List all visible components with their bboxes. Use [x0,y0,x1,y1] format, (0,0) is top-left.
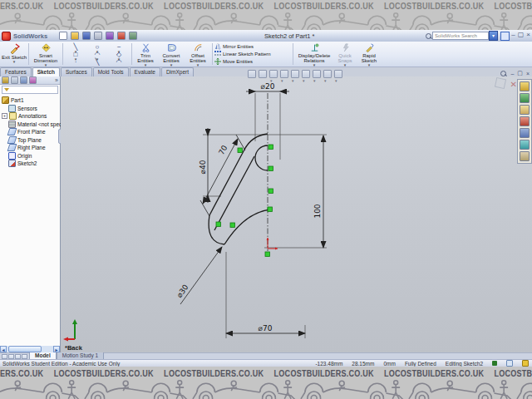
expand-icon[interactable]: + [2,113,7,119]
watermark-text: ERS.CO.UK [0,1,43,11]
undo-icon[interactable] [106,32,114,40]
featuremanager-tree-tab-icon[interactable] [2,76,9,84]
search-dropdown-button[interactable]: ▾ [489,31,498,41]
dimxpertmanager-tab-icon[interactable] [29,76,37,84]
top-arc[interactable] [244,134,268,150]
print-icon[interactable] [94,32,102,40]
graphics-area[interactable]: ✕ [61,76,532,352]
child-minimize-button[interactable]: – [510,71,514,76]
spline-tool-icon[interactable]: ~ [108,43,130,51]
rapid-sketch-button[interactable]: Rapid Sketch [357,42,382,66]
circle-tool-icon[interactable]: ○ [86,43,108,51]
watermark-banner-bottom: ERS.CO.UKLOCOSTBUILDERS.CO.UKLOCOSTBUILD… [0,367,532,399]
semicircle-notch[interactable] [255,145,268,170]
tree-item-part1[interactable]: Part1 [2,96,60,105]
tree-item-right-plane[interactable]: Right Plane [2,144,60,152]
tree-item-sensors[interactable]: Sensors [2,105,60,113]
propertymanager-tab-icon[interactable] [11,76,18,84]
tree-item-front-plane[interactable]: Front Plane [2,128,60,136]
new-document-icon[interactable] [59,32,67,40]
tree-filter-box[interactable] [2,86,58,94]
panel-overflow-chevrons[interactable]: » [55,77,58,83]
dimension-left-diameter[interactable]: ⌀40 [199,160,207,174]
centerline-tool-icon[interactable]: ╲ [86,58,108,66]
open-icon[interactable] [71,32,79,40]
arc-tool-icon[interactable]: ◠ [86,51,108,58]
sketch-viewport[interactable]: ⌀20 ⌀40 70 100 ⌀30 ⌀70 [61,76,532,352]
tree-item-annotations[interactable]: + Annotations [2,112,60,121]
tree-item-top-plane[interactable]: Top Plane [2,136,60,145]
move-entities-button[interactable]: Move Entities [214,58,291,65]
sketch-icon [8,160,16,167]
trim-entities-button[interactable]: Trim Entities [134,42,157,66]
status-y-coordinate: 28.15mm [352,361,374,367]
relation-markers [216,145,273,257]
tree-item-sketch2[interactable]: Sketch2 [2,160,60,168]
plane-icon [7,144,17,151]
edition-label: SolidWorks Student Edition - Academic Us… [2,361,120,367]
tab-mold-tools[interactable]: Mold Tools [93,67,129,76]
part-icon [2,96,9,104]
configurationmanager-tab-icon[interactable] [20,76,27,84]
scroll-left-icon[interactable]: ◄ [0,346,7,352]
scroll-right-icon[interactable]: ► [53,346,60,352]
ellipse-tool-icon[interactable]: ◇ [108,51,130,58]
quick-tips-icon[interactable] [506,360,513,367]
panel-horizontal-scrollbar[interactable]: ◄ ► [0,346,60,352]
reference-triad [62,318,84,342]
watermark-text-row: ERS.CO.UKLOCOSTBUILDERS.CO.UKLOCOSTBUILD… [0,368,436,378]
tab-dimxpert[interactable]: DimXpert [161,67,194,76]
mirror-entities-button[interactable]: Mirror Entities [214,43,291,50]
car-art-row [0,11,532,30]
offset-entities-button[interactable]: Offset Entities [185,42,210,66]
exit-sketch-button[interactable]: Exit Sketch [2,42,27,66]
tab-features[interactable]: Features [0,67,32,76]
child-restore-button[interactable]: ▢ [517,70,523,76]
dimension-height[interactable]: 100 [313,204,322,218]
convert-entities-button[interactable]: Convert Entities [157,42,185,66]
options-icon[interactable] [129,32,137,40]
display-delete-relations-button[interactable]: Display/Delete Relations [295,42,333,66]
search-input[interactable] [432,32,489,40]
display-delete-relations-icon [309,43,320,52]
help-icon[interactable] [500,32,510,41]
tree-item-origin[interactable]: Origin [2,152,60,160]
restore-button[interactable]: ▢ [518,31,525,39]
rectangle-tool-icon[interactable]: □ [65,51,86,58]
save-icon[interactable] [82,32,91,40]
tab-nav-buttons[interactable] [2,354,27,359]
tab-surfaces[interactable]: Surfaces [61,67,92,76]
dimension-top-diameter[interactable]: ⌀20 [261,82,275,91]
linear-sketch-pattern-button[interactable]: Linear Sketch Pattern [214,51,291,57]
material-icon [8,121,16,128]
watermark-text-row: ERS.CO.UKLOCOSTBUILDERS.CO.UKLOCOSTBUILD… [0,1,436,11]
titlebar: SolidWorks Sketch2 of Part1 * ▾ – ▢ × [0,30,532,42]
child-close-button[interactable]: × [526,71,530,76]
dimension-bar-length[interactable]: 70 [217,144,229,156]
tab-sketch[interactable]: Sketch [32,67,60,76]
tree-item-material[interactable]: Material <not specified> [2,121,60,129]
search-icon[interactable] [426,33,431,39]
fillet-tool-icon[interactable]: ◠ [108,58,130,66]
tab-evaluate[interactable]: Evaluate [130,67,160,76]
dimension-bottom-diameter[interactable]: ⌀70 [259,324,273,332]
close-button[interactable]: × [526,31,530,39]
exit-sketch-icon [9,43,20,54]
car-art-row [0,378,532,399]
rebuild-icon[interactable] [117,32,126,40]
smart-dimension-button[interactable]: Smart Dimension [31,42,61,66]
linear-sketch-pattern-icon [214,51,221,57]
point-tool-icon[interactable]: · [65,58,86,66]
scrollbar-thumb[interactable] [8,346,42,352]
tip-arc[interactable] [209,215,224,244]
status-help-icon[interactable] [522,360,529,367]
quick-snaps-button[interactable]: Quick Snaps [333,42,357,66]
minimize-button[interactable]: – [511,31,515,39]
featuremanager-panel: » Part1 Sensors + Annotations Material <… [0,76,61,352]
extension-lines [203,93,327,338]
zoom-tools-icon[interactable] [500,71,506,76]
dimension-tip-diameter[interactable]: ⌀30 [175,283,190,299]
annotations-icon [9,112,17,120]
watermark-banner-top: ERS.CO.UKLOCOSTBUILDERS.CO.UKLOCOSTBUILD… [0,0,532,30]
line-tool-icon[interactable]: ╲ [65,43,86,51]
